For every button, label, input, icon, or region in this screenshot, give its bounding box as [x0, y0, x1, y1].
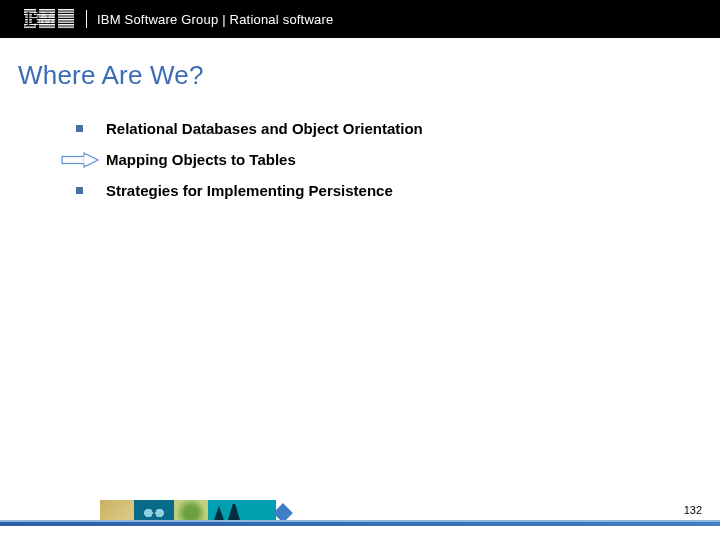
bullet-text: Strategies for Implementing Persistence	[106, 182, 393, 199]
header-bar: IBM IBM Software Group | Rational softwa…	[0, 0, 720, 38]
square-bullet-icon	[76, 187, 106, 194]
page-number: 132	[684, 504, 702, 516]
header-text: IBM Software Group | Rational software	[97, 12, 333, 27]
list-item: Relational Databases and Object Orientat…	[76, 120, 636, 137]
slide: IBM IBM Software Group | Rational softwa…	[0, 0, 720, 540]
ibm-logo-icon: IBM	[24, 9, 74, 29]
svg-rect-3	[58, 9, 74, 29]
bullet-text: Mapping Objects to Tables	[106, 151, 296, 168]
bullet-list: Relational Databases and Object Orientat…	[76, 120, 636, 213]
svg-rect-8	[62, 156, 84, 163]
page-title: Where Are We?	[18, 60, 204, 91]
list-item: Strategies for Implementing Persistence	[76, 182, 636, 199]
list-item-current: Mapping Objects to Tables	[76, 151, 636, 168]
footer: 132	[0, 500, 720, 526]
svg-rect-10	[83, 156, 85, 163]
svg-text:IBM: IBM	[24, 9, 54, 29]
bullet-text: Relational Databases and Object Orientat…	[106, 120, 423, 137]
square-bullet-icon	[76, 125, 106, 132]
footer-rule	[0, 522, 720, 526]
header-divider	[86, 10, 87, 28]
svg-marker-9	[84, 153, 98, 167]
arrow-right-icon	[60, 152, 106, 168]
